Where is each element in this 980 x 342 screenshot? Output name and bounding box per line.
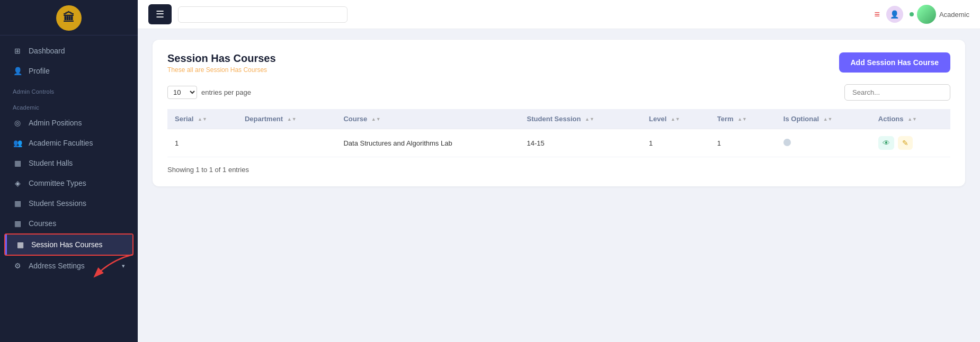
entries-per-page-select[interactable]: 10 25 50 100	[167, 86, 197, 99]
cell-is-optional	[776, 129, 871, 157]
add-session-has-course-button[interactable]: Add Session Has Course	[839, 52, 951, 73]
sidebar-item-committee-types[interactable]: ◈ Committee Types	[0, 173, 138, 193]
col-is-optional: Is Optional ▲▼	[776, 109, 871, 129]
sidebar-item-label: Admin Positions	[29, 119, 82, 127]
page-subtitle: These all are Session Has Courses	[167, 66, 276, 74]
sidebar-highlight-box: ▦ Session Has Courses	[4, 233, 133, 256]
sidebar-navigation: ⊞ Dashboard 👤 Profile Admin Controls Aca…	[0, 35, 138, 342]
col-student-session: Student Session ▲▼	[520, 109, 642, 129]
entries-label: entries per page	[201, 88, 251, 96]
sort-arrows-is-optional[interactable]: ▲▼	[823, 117, 833, 122]
student-halls-icon: ▦	[13, 158, 22, 168]
status-dot	[910, 12, 914, 16]
main-content: ☰ ≡ 👤 Academic Session Has Courses These…	[138, 0, 980, 342]
profile-icon-circle[interactable]: 👤	[886, 6, 903, 23]
committee-types-icon: ◈	[13, 178, 22, 188]
sidebar-item-courses[interactable]: ▦ Courses	[0, 213, 138, 233]
student-sessions-icon: ▦	[13, 199, 22, 208]
topbar-right: ≡ 👤 Academic	[874, 5, 969, 24]
edit-button[interactable]: ✎	[898, 136, 913, 150]
notification-menu-icon[interactable]: ≡	[874, 9, 880, 20]
card-header: Session Has Courses These all are Sessio…	[167, 52, 950, 74]
is-optional-indicator	[783, 139, 791, 146]
main-card: Session Has Courses These all are Sessio…	[153, 40, 965, 186]
courses-icon: ▦	[13, 219, 22, 228]
sort-arrows-course[interactable]: ▲▼	[371, 117, 381, 122]
cell-term: 1	[710, 129, 776, 157]
table-body: 1 Data Structures and Algorithms Lab 14-…	[167, 129, 950, 157]
page-title: Session Has Courses	[167, 52, 276, 65]
sort-arrows-department[interactable]: ▲▼	[287, 117, 297, 122]
academic-faculties-icon: 👥	[13, 138, 22, 148]
sort-arrows-term[interactable]: ▲▼	[737, 117, 747, 122]
sidebar-item-session-has-courses[interactable]: ▦ Session Has Courses	[5, 235, 132, 255]
sidebar-item-label: Student Sessions	[29, 199, 86, 208]
sidebar-item-dashboard[interactable]: ⊞ Dashboard	[0, 41, 138, 61]
sidebar-item-address-settings[interactable]: ⚙ Address Settings ▾	[0, 256, 138, 276]
sort-arrows-actions[interactable]: ▲▼	[907, 117, 917, 122]
profile-icon: 👤	[13, 66, 22, 76]
chevron-down-icon: ▾	[122, 263, 125, 269]
user-label: Academic	[939, 11, 969, 19]
hamburger-icon: ☰	[156, 8, 164, 20]
sort-arrows-level[interactable]: ▲▼	[671, 117, 680, 122]
sidebar: 🏛 ⊞ Dashboard 👤 Profile Admin Controls A…	[0, 0, 138, 342]
col-actions: Actions ▲▼	[871, 109, 950, 129]
col-course: Course ▲▼	[336, 109, 519, 129]
sidebar-item-label: Courses	[29, 219, 56, 228]
session-has-courses-icon: ▦	[15, 240, 25, 249]
sidebar-item-label: Address Settings	[29, 262, 85, 270]
cell-student-session: 14-15	[520, 129, 642, 157]
sidebar-item-student-sessions[interactable]: ▦ Student Sessions	[0, 193, 138, 213]
search-input[interactable]	[844, 84, 950, 101]
data-table: Serial ▲▼ Department ▲▼ Course ▲▼ Stud	[167, 109, 950, 157]
cell-actions: 👁 ✎	[871, 129, 950, 157]
topbar: ☰ ≡ 👤 Academic	[138, 0, 980, 29]
col-department: Department ▲▼	[237, 109, 336, 129]
avatar	[917, 5, 936, 24]
sidebar-item-label: Committee Types	[29, 179, 86, 187]
cell-serial: 1	[167, 129, 237, 157]
sort-arrows-serial[interactable]: ▲▼	[198, 117, 207, 122]
table-head: Serial ▲▼ Department ▲▼ Course ▲▼ Stud	[167, 109, 950, 129]
sidebar-logo: 🏛	[0, 0, 138, 35]
sidebar-item-admin-positions[interactable]: ◎ Admin Positions	[0, 113, 138, 133]
admin-positions-icon: ◎	[13, 118, 22, 128]
table-row: 1 Data Structures and Algorithms Lab 14-…	[167, 129, 950, 157]
entries-control: 10 25 50 100 entries per page	[167, 86, 251, 99]
edit-icon: ✎	[902, 139, 908, 147]
menu-toggle-button[interactable]: ☰	[148, 4, 172, 24]
academic-label: Academic	[0, 97, 138, 113]
dashboard-icon: ⊞	[13, 46, 22, 56]
page-body: Session Has Courses These all are Sessio…	[138, 29, 980, 342]
user-info: Academic	[910, 5, 969, 24]
table-header-row: Serial ▲▼ Department ▲▼ Course ▲▼ Stud	[167, 109, 950, 129]
pagination-info: Showing 1 to 1 of 1 entries	[167, 166, 950, 174]
col-serial: Serial ▲▼	[167, 109, 237, 129]
sidebar-item-student-halls[interactable]: ▦ Student Halls	[0, 153, 138, 173]
logo-icon: 🏛	[56, 5, 82, 31]
sidebar-item-label: Academic Faculties	[29, 139, 93, 147]
admin-controls-label: Admin Controls	[0, 81, 138, 97]
sidebar-item-label: Session Has Courses	[31, 240, 103, 249]
col-level: Level ▲▼	[642, 109, 710, 129]
sidebar-item-label: Student Halls	[29, 159, 73, 167]
table-controls: 10 25 50 100 entries per page	[167, 84, 950, 101]
sidebar-item-academic-faculties[interactable]: 👥 Academic Faculties	[0, 133, 138, 153]
sidebar-item-label: Profile	[29, 67, 50, 75]
col-term: Term ▲▼	[710, 109, 776, 129]
eye-icon: 👁	[883, 139, 890, 147]
address-settings-icon: ⚙	[13, 261, 22, 271]
sidebar-item-label: Dashboard	[29, 47, 65, 55]
topbar-search-input[interactable]	[178, 6, 348, 23]
sidebar-item-profile[interactable]: 👤 Profile	[0, 61, 138, 81]
sort-arrows-student-session[interactable]: ▲▼	[585, 117, 594, 122]
view-button[interactable]: 👁	[878, 136, 894, 150]
cell-level: 1	[642, 129, 710, 157]
cell-department	[237, 129, 336, 157]
card-title-block: Session Has Courses These all are Sessio…	[167, 52, 276, 74]
cell-course: Data Structures and Algorithms Lab	[336, 129, 519, 157]
